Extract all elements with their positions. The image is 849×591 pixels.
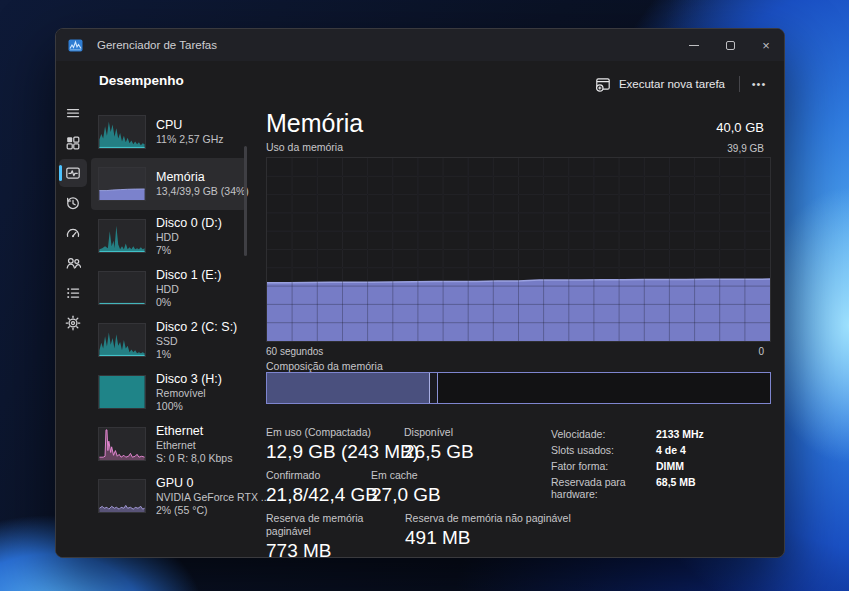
device-stat: NVIDIA GeForce RTX ...: [156, 491, 239, 504]
device-stat: HDD: [156, 231, 222, 244]
memory-mini-chart: [98, 167, 146, 201]
sidebar-item-details[interactable]: [59, 279, 87, 307]
x-axis-left-label: 60 segundos: [266, 346, 323, 357]
window-controls: ×: [676, 29, 784, 61]
maximize-button[interactable]: [712, 29, 748, 61]
composition-segment-modified: [430, 373, 438, 403]
task-manager-window: Gerenciador de Tarefas × Desempenho Exec…: [55, 28, 785, 558]
device-stat: 100%: [156, 400, 222, 413]
device-name: Disco 3 (H:): [156, 372, 222, 387]
detail-value-hw-reserved: 68,5 MB: [656, 476, 696, 500]
sidebar-item-app-history[interactable]: [59, 189, 87, 217]
device-name: Ethernet: [156, 424, 232, 439]
memory-page-title: Memória: [266, 109, 363, 138]
detail-label-hw-reserved: Reservada para hardware:: [551, 476, 656, 500]
device-item-gpu0[interactable]: GPU 0 NVIDIA GeForce RTX ... 2% (55 °C): [91, 470, 247, 522]
device-stat: 1%: [156, 348, 237, 361]
sidebar-item-startup-apps[interactable]: [59, 219, 87, 247]
x-axis-right-label: 0: [758, 346, 764, 357]
device-stat: 11% 2,57 GHz: [156, 133, 224, 146]
detail-value-speed: 2133 MHz: [656, 428, 704, 440]
detail-label-slots: Slots usados:: [551, 444, 656, 456]
header-actions: Executar nova tarefa •••: [585, 69, 774, 99]
device-item-cpu[interactable]: CPU 11% 2,57 GHz: [91, 106, 247, 158]
startup-gauge-icon: [65, 225, 81, 241]
detail-label-speed: Velocidade:: [551, 428, 656, 440]
device-item-disk2[interactable]: Disco 2 (C: S:) SSD 1%: [91, 314, 247, 366]
detail-label-form-factor: Fator forma:: [551, 460, 656, 472]
hamburger-icon: [65, 105, 81, 121]
detail-value-form-factor: DIMM: [656, 460, 684, 472]
run-new-task-button[interactable]: Executar nova tarefa: [585, 71, 735, 97]
device-item-disk1[interactable]: Disco 1 (E:) HDD 0%: [91, 262, 247, 314]
device-item-disk0[interactable]: Disco 0 (D:) HDD 7%: [91, 210, 247, 262]
device-stat: Removível: [156, 387, 222, 400]
device-item-ethernet[interactable]: Ethernet Ethernet S: 0 R: 8,0 Kbps: [91, 418, 247, 470]
disk3-mini-chart: [98, 375, 146, 409]
stat-label-committed: Confirmado: [266, 469, 371, 482]
device-list-scrollbar[interactable]: [244, 146, 247, 256]
page-title: Desempenho: [99, 73, 184, 88]
more-options-button[interactable]: •••: [744, 71, 774, 97]
sidebar-item-performance[interactable]: [59, 159, 87, 187]
new-task-icon: [595, 76, 611, 92]
selected-indicator: [59, 165, 62, 181]
device-stat: HDD: [156, 283, 221, 296]
device-name: GPU 0: [156, 476, 239, 491]
disk1-mini-chart: [98, 271, 146, 305]
memory-usage-chart-label: Uso da memória: [266, 141, 343, 153]
device-name: Disco 2 (C: S:): [156, 320, 237, 335]
details-list-icon: [65, 285, 81, 301]
stat-label-available: Disponível: [404, 426, 474, 439]
device-item-memory[interactable]: Memória 13,4/39,9 GB (34%): [91, 158, 247, 210]
maximize-icon: [726, 41, 735, 50]
stat-label-cached: Em cache: [371, 469, 441, 482]
services-gear-icon: [65, 315, 81, 331]
memory-composition-label: Composição da memória: [266, 360, 383, 372]
device-name: Memória: [156, 170, 239, 185]
navigation-sidebar: [56, 61, 90, 557]
memory-stats: Em uso (Compactada) 12,9 GB (243 MB) Dis…: [266, 426, 589, 558]
stat-label-paged-pool: Reserva de memória paginável: [266, 512, 405, 538]
history-clock-icon: [65, 195, 81, 211]
memory-usage-chart: [266, 157, 771, 342]
close-icon: ×: [762, 38, 770, 53]
memory-composition-bar: [266, 372, 771, 404]
task-manager-app-icon: [68, 39, 83, 52]
minimize-button[interactable]: [676, 29, 712, 61]
device-item-disk3[interactable]: Disco 3 (H:) Removível 100%: [91, 366, 247, 418]
disk0-mini-chart: [98, 219, 146, 253]
gpu-mini-chart: [98, 479, 146, 513]
disk2-mini-chart: [98, 323, 146, 357]
sidebar-item-services[interactable]: [59, 309, 87, 337]
sidebar-item-processes[interactable]: [59, 129, 87, 157]
run-new-task-label: Executar nova tarefa: [619, 78, 725, 90]
stat-value-cached: 27,0 GB: [371, 483, 441, 506]
cpu-mini-chart: [98, 115, 146, 149]
stat-label-nonpaged-pool: Reserva de memória não paginável: [405, 512, 571, 525]
device-name: CPU: [156, 118, 224, 133]
sidebar-item-users[interactable]: [59, 249, 87, 277]
performance-device-list: CPU 11% 2,57 GHz Memória 13,4/39,9 GB (3…: [91, 106, 247, 522]
minimize-icon: [689, 45, 699, 46]
device-stat: 13,4/39,9 GB (34%): [156, 185, 239, 198]
processes-icon: [65, 135, 81, 151]
menu-button[interactable]: [59, 99, 87, 127]
composition-segment-in-use: [267, 373, 430, 403]
title-bar: Gerenciador de Tarefas ×: [56, 29, 784, 61]
stat-value-committed: 21,8/42,4 GB: [266, 483, 371, 506]
users-icon: [65, 255, 81, 271]
detail-value-slots: 4 de 4: [656, 444, 686, 456]
stat-value-in-use: 12,9 GB (243 MB): [266, 440, 404, 463]
stat-value-paged-pool: 773 MB: [266, 539, 405, 558]
device-stat: S: 0 R: 8,0 Kbps: [156, 452, 232, 465]
window-title: Gerenciador de Tarefas: [97, 39, 217, 51]
close-button[interactable]: ×: [748, 29, 784, 61]
device-stat: Ethernet: [156, 439, 232, 452]
device-name: Disco 1 (E:): [156, 268, 221, 283]
hardware-details: Velocidade: 2133 MHz Slots usados: 4 de …: [551, 428, 704, 504]
stat-label-in-use: Em uso (Compactada): [266, 426, 404, 439]
composition-segment-standby-free: [438, 373, 770, 403]
memory-total-capacity: 40,0 GB: [716, 120, 764, 135]
device-stat: SSD: [156, 335, 237, 348]
